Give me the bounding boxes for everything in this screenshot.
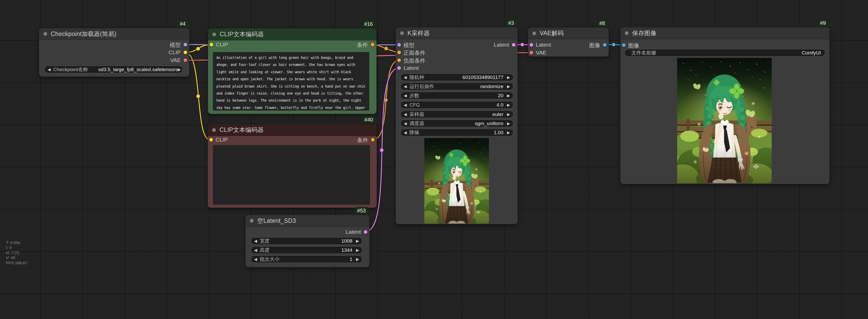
next-arrow-icon[interactable]: ▶ [507, 130, 510, 135]
width-widget[interactable]: ◀ 宽度 1008 ▶ [251, 237, 363, 245]
widget-value: 20 [498, 93, 503, 98]
input-slot-clip[interactable] [209, 138, 213, 142]
next-arrow-icon[interactable]: ▶ [356, 239, 359, 243]
node-title: CLIP文本编码器 [220, 30, 264, 38]
prompt-textarea-empty[interactable] [213, 145, 370, 205]
next-arrow-icon[interactable]: ▶ [507, 112, 510, 117]
node-clip-encode-positive[interactable]: #16 CLIP文本编码器 CLIP 条件 An illustration of… [208, 28, 376, 114]
input-label-image: 图像 [628, 42, 639, 49]
input-label-latent: Latent [404, 65, 418, 71]
output-slot-image[interactable] [603, 43, 607, 47]
output-label-latent: Latent [494, 42, 509, 48]
output-row-clip: CLIP [39, 49, 189, 56]
collapse-dot-icon[interactable] [43, 32, 47, 36]
widget-label: 宽度 [260, 238, 270, 244]
node-vae-decode[interactable]: #8 VAE解码 Latent 图像 VAE [528, 28, 609, 57]
node-header[interactable]: 保存图像 [620, 27, 830, 39]
output-label-conditioning: 条件 [357, 41, 368, 49]
prev-arrow-icon[interactable]: ◀ [404, 112, 407, 117]
canvas-stats: T: 0.00s I: 0 N: 7 [7] V: 45 FPS:166.67 [6, 240, 27, 265]
next-arrow-icon[interactable]: ▶ [507, 93, 510, 98]
node-header[interactable]: VAE解码 [528, 28, 609, 39]
collapse-dot-icon[interactable] [250, 219, 254, 223]
prev-arrow-icon[interactable]: ◀ [254, 248, 257, 253]
input-slot-model[interactable] [397, 43, 401, 47]
prev-arrow-icon[interactable]: ◀ [48, 67, 51, 72]
collapse-dot-icon[interactable] [212, 128, 216, 132]
slot-row-positive: 正面条件 [396, 49, 518, 56]
prompt-textarea[interactable]: An illustration of a girl with long gree… [213, 52, 369, 111]
node-graph-canvas[interactable]: #4 Checkpoint加载器(简易) 模型 CLIP VAE ◀ Check… [0, 0, 868, 319]
input-slot-latent[interactable] [397, 66, 401, 70]
output-slot-clip[interactable] [184, 51, 187, 54]
ckpt-name-widget[interactable]: ◀ Checkpoint名称 sd3.5_large_fp8_scaled.sa… [44, 66, 183, 73]
batch-size-widget[interactable]: ◀ 批次大小 1 ▶ [251, 255, 363, 263]
prev-arrow-icon[interactable]: ◀ [404, 130, 407, 135]
input-slot-latent[interactable] [530, 43, 533, 47]
prev-arrow-icon[interactable]: ◀ [404, 121, 407, 126]
sampler-preview-image [424, 138, 489, 224]
node-id-badge: #4 [177, 20, 188, 27]
next-arrow-icon[interactable]: ▶ [507, 121, 510, 126]
node-ksampler[interactable]: #3 K采样器 模型 Latent 正面条件 负面条件 Latent ◀ 随机种… [396, 27, 518, 224]
node-header[interactable]: K采样器 [396, 27, 518, 39]
node-checkpoint-loader[interactable]: #4 Checkpoint加载器(简易) 模型 CLIP VAE ◀ Check… [39, 28, 189, 77]
input-label-clip: CLIP [216, 137, 228, 143]
input-slot-negative[interactable] [397, 58, 401, 62]
next-arrow-icon[interactable]: ▶ [178, 67, 181, 72]
prev-arrow-icon[interactable]: ◀ [404, 75, 407, 80]
output-slot-model[interactable] [184, 43, 187, 47]
next-arrow-icon[interactable]: ▶ [356, 257, 359, 262]
node-header[interactable]: 空Latent_SD3 [246, 215, 369, 227]
output-slot-conditioning[interactable] [371, 138, 375, 142]
collapse-dot-icon[interactable] [212, 33, 216, 36]
height-widget[interactable]: ◀ 高度 1344 ▶ [251, 246, 363, 254]
collapse-dot-icon[interactable] [625, 31, 628, 35]
output-slot-conditioning[interactable] [371, 43, 374, 47]
node-header[interactable]: CLIP文本编码器 [208, 124, 377, 136]
input-slot-image[interactable] [622, 43, 626, 47]
collapse-dot-icon[interactable] [400, 31, 404, 35]
denoise-widget[interactable]: ◀ 降噪 1.00 ▶ [400, 129, 514, 136]
link-negative-conditioning [373, 60, 399, 140]
filename-prefix-widget[interactable]: 文件名前缀 ComfyUI [624, 49, 825, 57]
node-empty-latent-sd3[interactable]: #53 空Latent_SD3 Latent ◀ 宽度 1008 ▶ ◀ 高度 … [246, 215, 369, 267]
control-after-generate-widget[interactable]: ◀ 运行后操作 randomize ▶ [400, 83, 514, 90]
slot-row-negative: 负面条件 [396, 56, 518, 64]
widget-label: 批次大小 [260, 256, 280, 263]
next-arrow-icon[interactable]: ▶ [507, 75, 510, 80]
stat-time: T: 0.00s [6, 240, 27, 245]
output-slot-latent[interactable] [512, 43, 516, 47]
prev-arrow-icon[interactable]: ◀ [254, 257, 257, 262]
node-id-badge: #53 [354, 207, 368, 214]
prev-arrow-icon[interactable]: ◀ [404, 84, 407, 89]
widget-value: randomize [480, 84, 503, 89]
collapse-dot-icon[interactable] [532, 32, 536, 35]
prev-arrow-icon[interactable]: ◀ [404, 103, 407, 107]
input-slot-vae[interactable] [530, 51, 533, 55]
node-header[interactable]: Checkpoint加载器(简易) [39, 28, 189, 40]
widget-label: 运行后操作 [409, 83, 434, 90]
next-arrow-icon[interactable]: ▶ [507, 84, 510, 89]
stat-nodes: N: 7 [7] [6, 250, 27, 255]
widget-label: 随机种 [409, 74, 424, 81]
output-slot-vae[interactable] [184, 58, 187, 62]
input-slot-clip[interactable] [210, 43, 213, 47]
sampler-widget[interactable]: ◀ 采样器 euler ▶ [400, 111, 514, 118]
next-arrow-icon[interactable]: ▶ [507, 103, 510, 107]
slot-row-latent: Latent 图像 [528, 41, 609, 49]
scheduler-widget[interactable]: ◀ 调度器 sgm_uniform ▶ [400, 120, 514, 127]
next-arrow-icon[interactable]: ▶ [356, 248, 359, 253]
prev-arrow-icon[interactable]: ◀ [404, 93, 407, 98]
output-slot-latent[interactable] [364, 230, 367, 234]
node-clip-encode-negative[interactable]: #40 CLIP文本编码器 CLIP 条件 [208, 124, 377, 208]
prev-arrow-icon[interactable]: ◀ [254, 239, 257, 243]
node-save-image[interactable]: #9 保存图像 图像 文件名前缀 ComfyUI [620, 27, 830, 184]
cfg-widget[interactable]: ◀ CFG 4.0 ▶ [400, 101, 514, 109]
link-positive-conditioning [373, 45, 399, 52]
node-title: CLIP文本编码器 [219, 126, 264, 134]
steps-widget[interactable]: ◀ 步数 20 ▶ [400, 92, 514, 99]
seed-widget[interactable]: ◀ 随机种 601053348901177 ▶ [400, 74, 514, 81]
node-header[interactable]: CLIP文本编码器 [208, 28, 376, 40]
input-slot-positive[interactable] [397, 51, 401, 54]
